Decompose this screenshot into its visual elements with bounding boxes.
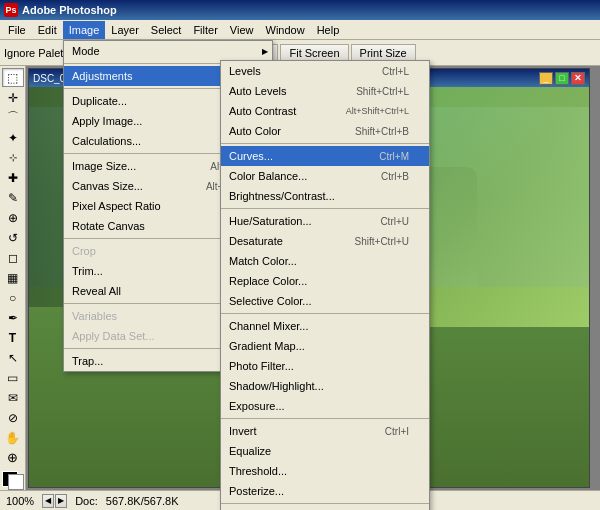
title-bar: Ps Adobe Photoshop bbox=[0, 0, 600, 20]
submenu-equalize[interactable]: Equalize bbox=[221, 441, 429, 461]
tool-shape[interactable]: ▭ bbox=[2, 368, 24, 387]
tool-magic-wand[interactable]: ✦ bbox=[2, 128, 24, 147]
tool-pen[interactable]: ✒ bbox=[2, 308, 24, 327]
submenu-levels[interactable]: LevelsCtrl+L bbox=[221, 61, 429, 81]
submenu-variations[interactable]: Variations... bbox=[221, 506, 429, 510]
submenu-color-balance[interactable]: Color Balance...Ctrl+B bbox=[221, 166, 429, 186]
submenu-channel-mixer[interactable]: Channel Mixer... bbox=[221, 316, 429, 336]
tool-eyedropper[interactable]: ⊘ bbox=[2, 408, 24, 427]
submenu-curves[interactable]: Curves...Ctrl+M bbox=[221, 146, 429, 166]
menu-select[interactable]: Select bbox=[145, 21, 188, 39]
tool-clone[interactable]: ⊕ bbox=[2, 208, 24, 227]
submenu-shadow-highlight[interactable]: Shadow/Highlight... bbox=[221, 376, 429, 396]
submenu-selective-color[interactable]: Selective Color... bbox=[221, 291, 429, 311]
menu-filter[interactable]: Filter bbox=[187, 21, 223, 39]
app-icon: Ps bbox=[4, 3, 18, 17]
nav-next[interactable]: ▶ bbox=[55, 494, 67, 508]
tool-path-select[interactable]: ↖ bbox=[2, 348, 24, 367]
submenu-gradient-map[interactable]: Gradient Map... bbox=[221, 336, 429, 356]
submenu-threshold[interactable]: Threshold... bbox=[221, 461, 429, 481]
submenu-exposure[interactable]: Exposure... bbox=[221, 396, 429, 416]
submenu-auto-contrast[interactable]: Auto ContrastAlt+Shift+Ctrl+L bbox=[221, 101, 429, 121]
zoom-level: 100% bbox=[6, 495, 34, 507]
submenu-hue-saturation[interactable]: Hue/Saturation...Ctrl+U bbox=[221, 211, 429, 231]
menu-help[interactable]: Help bbox=[311, 21, 346, 39]
menu-edit[interactable]: Edit bbox=[32, 21, 63, 39]
nav-prev[interactable]: ◀ bbox=[42, 494, 54, 508]
color-swatch[interactable] bbox=[2, 471, 24, 490]
submenu-photo-filter[interactable]: Photo Filter... bbox=[221, 356, 429, 376]
app-title: Adobe Photoshop bbox=[22, 4, 117, 16]
maximize-button[interactable]: □ bbox=[555, 72, 569, 85]
tool-move[interactable]: ✛ bbox=[2, 88, 24, 107]
tool-text[interactable]: T bbox=[2, 328, 24, 347]
menu-window[interactable]: Window bbox=[260, 21, 311, 39]
submenu-match-color[interactable]: Match Color... bbox=[221, 251, 429, 271]
nav-buttons: ◀ ▶ bbox=[42, 494, 67, 508]
canvas-window-controls: _ □ ✕ bbox=[539, 72, 585, 85]
tool-gradient[interactable]: ▦ bbox=[2, 268, 24, 287]
doc-label: Doc: bbox=[75, 495, 98, 507]
tool-brush[interactable]: ✎ bbox=[2, 188, 24, 207]
submenu-desaturate[interactable]: DesaturateShift+Ctrl+U bbox=[221, 231, 429, 251]
tool-lasso[interactable]: ⌒ bbox=[2, 108, 24, 127]
submenu-auto-levels[interactable]: Auto LevelsShift+Ctrl+L bbox=[221, 81, 429, 101]
adj-sep-5 bbox=[221, 503, 429, 504]
submenu-auto-color[interactable]: Auto ColorShift+Ctrl+B bbox=[221, 121, 429, 141]
submenu-replace-color[interactable]: Replace Color... bbox=[221, 271, 429, 291]
print-size-button[interactable]: Print Size bbox=[351, 44, 416, 62]
menu-image[interactable]: Image bbox=[63, 21, 106, 39]
tool-notes[interactable]: ✉ bbox=[2, 388, 24, 407]
menu-mode[interactable]: Mode bbox=[64, 41, 272, 61]
menu-bar: File Edit Image Layer Select Filter View… bbox=[0, 20, 600, 40]
tool-eraser[interactable]: ◻ bbox=[2, 248, 24, 267]
submenu-brightness-contrast[interactable]: Brightness/Contrast... bbox=[221, 186, 429, 206]
background-color[interactable] bbox=[8, 474, 24, 490]
minimize-button[interactable]: _ bbox=[539, 72, 553, 85]
adj-sep-2 bbox=[221, 208, 429, 209]
fit-screen-button[interactable]: Fit Screen bbox=[280, 44, 348, 62]
menu-layer[interactable]: Layer bbox=[105, 21, 145, 39]
tool-dodge[interactable]: ○ bbox=[2, 288, 24, 307]
tool-history[interactable]: ↺ bbox=[2, 228, 24, 247]
menu-view[interactable]: View bbox=[224, 21, 260, 39]
submenu-posterize[interactable]: Posterize... bbox=[221, 481, 429, 501]
adj-sep-3 bbox=[221, 313, 429, 314]
menu-file[interactable]: File bbox=[2, 21, 32, 39]
tool-crop[interactable]: ⊹ bbox=[2, 148, 24, 167]
tools-panel: ⬚ ✛ ⌒ ✦ ⊹ ✚ ✎ ⊕ ↺ ◻ ▦ ○ ✒ T ↖ ▭ ✉ ⊘ ✋ ⊕ bbox=[0, 66, 26, 490]
submenu-invert[interactable]: InvertCtrl+I bbox=[221, 421, 429, 441]
doc-size: 567.8K/567.8K bbox=[106, 495, 179, 507]
tool-heal[interactable]: ✚ bbox=[2, 168, 24, 187]
adj-sep-4 bbox=[221, 418, 429, 419]
tool-zoom[interactable]: ⊕ bbox=[2, 448, 24, 467]
adjustments-submenu: LevelsCtrl+L Auto LevelsShift+Ctrl+L Aut… bbox=[220, 60, 430, 510]
tool-hand[interactable]: ✋ bbox=[2, 428, 24, 447]
tool-selection[interactable]: ⬚ bbox=[2, 68, 24, 87]
close-button[interactable]: ✕ bbox=[571, 72, 585, 85]
adj-sep-1 bbox=[221, 143, 429, 144]
